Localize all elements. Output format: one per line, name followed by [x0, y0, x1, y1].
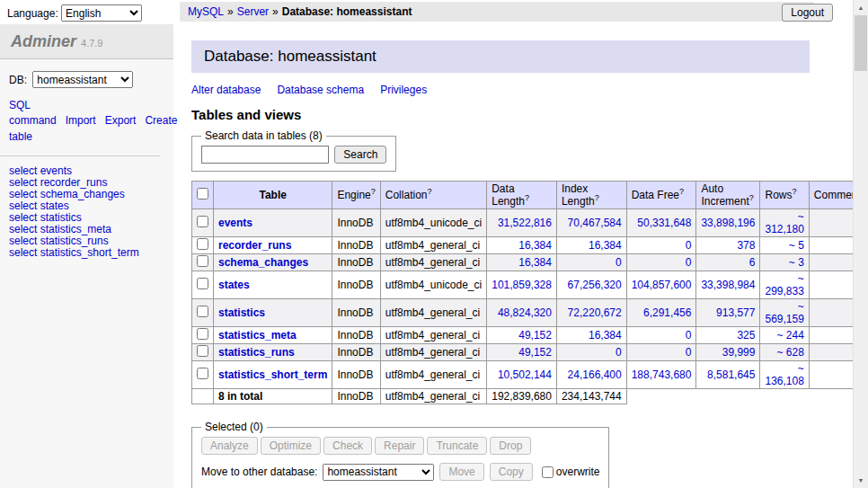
data-free-link[interactable]: 0 [686, 346, 692, 359]
column-header-rows[interactable]: Rows? [760, 182, 809, 209]
rows-link[interactable]: ~ 3 [789, 256, 804, 269]
column-header-engine[interactable]: Engine? [332, 182, 380, 209]
sidebar-command-link[interactable]: Import [66, 114, 96, 127]
bulk-action-button[interactable]: Repair [375, 437, 424, 455]
data-length-link[interactable]: 49,152 [518, 346, 552, 359]
copy-button[interactable]: Copy [490, 463, 533, 481]
column-header-index-length[interactable]: Index Length? [556, 182, 626, 209]
scroll-down-icon[interactable]: ▼ [854, 473, 868, 488]
scroll-up-icon[interactable]: ▲ [854, 0, 868, 15]
row-checkbox[interactable] [197, 216, 208, 227]
select-all-checkbox[interactable] [197, 188, 208, 200]
rows-cell: ~ 628 [760, 344, 809, 361]
data-length-link[interactable]: 16,384 [518, 256, 552, 269]
rows-link[interactable]: ~ 312,180 [765, 210, 803, 235]
index-length-link[interactable]: 0 [616, 256, 622, 269]
rows-link[interactable]: ~ 244 [776, 329, 803, 342]
index-length-link[interactable]: 24,166,400 [568, 368, 622, 381]
data-free-link[interactable]: 50,331,648 [637, 217, 691, 229]
index-length-link[interactable]: 72,220,672 [568, 306, 622, 319]
index-length-link[interactable]: 16,384 [589, 239, 622, 252]
data-free-link[interactable]: 0 [686, 329, 692, 342]
collation-cell: utf8mb4_general_ci [380, 237, 486, 254]
database-action-link[interactable]: Database schema [277, 84, 364, 96]
table-name-link[interactable]: statistics [218, 306, 265, 319]
breadcrumb-server-type-link[interactable]: MySQL [188, 5, 224, 18]
bulk-action-button[interactable]: Analyze [201, 437, 258, 455]
data-length-link[interactable]: 48,824,320 [498, 306, 552, 319]
rows-link[interactable]: ~ 569,159 [765, 300, 803, 325]
auto-increment-link[interactable]: 39,999 [722, 346, 756, 359]
sidebar-command-link[interactable]: Export [105, 114, 137, 127]
table-name-link[interactable]: statistics_meta [218, 329, 297, 342]
auto-increment-link[interactable]: 6 [749, 256, 756, 269]
rows-link[interactable]: ~ 5 [789, 239, 804, 252]
column-header-auto-increment[interactable]: Auto Increment? [696, 182, 760, 209]
data-free-link[interactable]: 0 [686, 239, 692, 252]
database-action-link[interactable]: Privileges [380, 84, 427, 96]
auto-increment-link[interactable]: 378 [737, 239, 755, 252]
bulk-action-button[interactable]: Truncate [427, 437, 487, 455]
data-length-link[interactable]: 10,502,144 [498, 368, 552, 381]
data-free-link[interactable]: 0 [686, 256, 692, 269]
column-header-data-length[interactable]: Data Length? [487, 182, 557, 209]
rows-link[interactable]: ~ 299,833 [765, 272, 803, 297]
column-header-table: Table [214, 182, 332, 209]
table-name-link[interactable]: schema_changes [218, 256, 308, 269]
table-header-row: TableEngine?Collation?Data Length?Index … [192, 182, 868, 209]
auto-increment-link[interactable]: 8,581,645 [707, 368, 755, 381]
data-free-link[interactable]: 6,291,456 [643, 306, 691, 319]
row-checkbox[interactable] [197, 278, 208, 289]
table-row: schema_changesInnoDButf8mb4_general_ci16… [192, 254, 868, 271]
bulk-action-button[interactable]: Drop [490, 437, 531, 455]
column-header-collation[interactable]: Collation? [380, 182, 486, 209]
rows-link[interactable]: ~ 136,108 [765, 362, 803, 387]
sidebar-table-link[interactable]: select statistics_short_term [9, 247, 164, 259]
table-name-link[interactable]: events [218, 217, 252, 229]
move-db-select[interactable]: homeassistant [323, 464, 434, 481]
data-length-link[interactable]: 16,384 [518, 239, 552, 252]
table-name-link[interactable]: statistics_short_term [218, 368, 327, 381]
table-name-cell: states [214, 271, 332, 299]
logout-button[interactable]: Logout [782, 4, 833, 22]
data-length-link[interactable]: 101,859,328 [492, 279, 552, 291]
table-name-link[interactable]: statistics_runs [218, 346, 295, 359]
row-checkbox[interactable] [197, 255, 208, 267]
db-select[interactable]: homeassistant [32, 71, 133, 88]
bulk-action-button[interactable]: Optimize [261, 437, 321, 455]
sidebar-command-link[interactable]: SQL command [9, 99, 57, 127]
auto-increment-link[interactable]: 325 [737, 329, 755, 342]
search-button[interactable]: Search [334, 146, 386, 164]
auto-increment-link[interactable]: 33,898,196 [701, 217, 755, 229]
breadcrumb-server-link[interactable]: Server [237, 5, 269, 18]
index-length-link[interactable]: 67,256,320 [568, 279, 622, 291]
auto-increment-link[interactable]: 913,577 [716, 306, 755, 319]
search-input[interactable] [201, 146, 329, 164]
overwrite-checkbox[interactable] [542, 466, 554, 478]
scrollbar-thumb[interactable] [855, 15, 867, 71]
row-checkbox[interactable] [197, 345, 208, 357]
database-action-link[interactable]: Alter database [191, 84, 261, 96]
collation-cell: utf8mb4_general_ci [380, 254, 486, 271]
data-free-cell: 104,857,600 [626, 271, 696, 299]
index-length-link[interactable]: 16,384 [589, 329, 622, 342]
table-name-link[interactable]: states [218, 279, 250, 291]
data-length-link[interactable]: 31,522,816 [498, 217, 552, 229]
move-button[interactable]: Move [439, 463, 483, 481]
auto-increment-link[interactable]: 33,398,984 [701, 279, 755, 291]
row-checkbox[interactable] [197, 306, 208, 317]
bulk-action-button[interactable]: Check [323, 437, 372, 455]
data-length-link[interactable]: 49,152 [518, 329, 552, 342]
row-checkbox[interactable] [197, 328, 208, 340]
data-free-link[interactable]: 104,857,600 [632, 279, 692, 291]
language-select[interactable]: English [61, 4, 142, 22]
rows-link[interactable]: ~ 628 [776, 346, 803, 359]
select-all-cell [192, 182, 214, 209]
column-header-data-free[interactable]: Data Free? [626, 182, 696, 209]
table-name-link[interactable]: recorder_runs [218, 239, 291, 252]
index-length-link[interactable]: 0 [616, 346, 622, 359]
index-length-link[interactable]: 70,467,584 [568, 217, 622, 229]
row-checkbox[interactable] [197, 368, 208, 379]
data-free-link[interactable]: 188,743,680 [632, 368, 692, 381]
row-checkbox[interactable] [197, 238, 208, 250]
